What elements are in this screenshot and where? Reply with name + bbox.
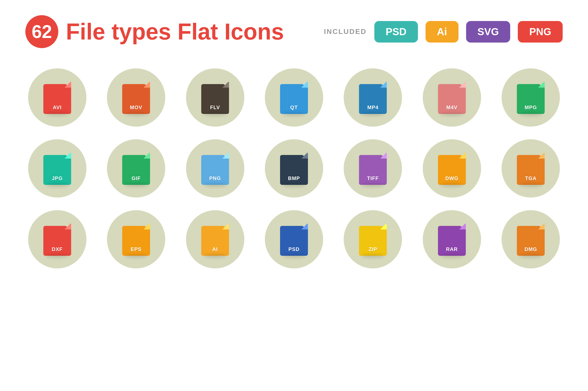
icon-circle: DMG xyxy=(502,210,560,268)
icon-cell: AI xyxy=(183,210,247,268)
file-wrapper-mp4: MP4 xyxy=(359,81,387,114)
file-shadow xyxy=(440,183,463,187)
icon-circle: DWG xyxy=(423,139,481,198)
file-shadow xyxy=(361,183,384,187)
file-label: DWG xyxy=(438,175,466,181)
file-shadow xyxy=(125,112,148,116)
file-wrapper-tga: TGA xyxy=(517,152,545,185)
icon-cell: M4V xyxy=(420,68,484,127)
file-label: ZIP xyxy=(359,246,387,252)
icon-cell: AVI xyxy=(25,68,89,127)
icon-circle: ZIP xyxy=(344,210,402,268)
file-label: RAR xyxy=(438,246,466,252)
icon-cell: JPG xyxy=(25,139,89,198)
icon-circle: RAR xyxy=(423,210,481,268)
icon-cell: EPS xyxy=(104,210,168,268)
file-wrapper-m4v: M4V xyxy=(438,81,466,114)
format-badge-png: PNG xyxy=(518,21,563,43)
icon-cell: QT xyxy=(262,68,326,127)
format-badge-svg: SVG xyxy=(466,21,510,43)
file-wrapper-gif: GIF xyxy=(122,152,150,185)
file-shadow xyxy=(361,254,384,258)
file-wrapper-dxf: DXF xyxy=(43,223,71,256)
icon-cell: BMP xyxy=(262,139,326,198)
header-right: INCLUDED PSD Ai SVG PNG xyxy=(324,21,563,43)
icon-cell: MP4 xyxy=(341,68,405,127)
icon-circle: AI xyxy=(186,210,244,268)
file-shadow xyxy=(283,112,305,116)
icon-circle: TGA xyxy=(502,139,560,198)
file-wrapper-dmg: DMG xyxy=(517,223,545,256)
icon-grid: AVI MOV FLV xyxy=(25,68,563,268)
file-shadow xyxy=(46,183,69,187)
format-badge-ai: Ai xyxy=(426,21,458,43)
icon-cell: TGA xyxy=(499,139,563,198)
file-shadow xyxy=(519,254,542,258)
badge-number: 62 xyxy=(32,21,52,42)
file-shadow xyxy=(283,254,305,258)
icon-circle: EPS xyxy=(107,210,165,268)
icon-circle: JPG xyxy=(28,139,86,198)
file-label: M4V xyxy=(438,105,466,110)
included-label: INCLUDED xyxy=(324,28,367,36)
icon-cell: MOV xyxy=(104,68,168,127)
icon-circle: DXF xyxy=(28,210,86,268)
icon-cell: DXF xyxy=(25,210,89,268)
file-wrapper-qt: QT xyxy=(280,81,308,114)
number-badge: 62 xyxy=(25,15,58,48)
file-wrapper-eps: EPS xyxy=(122,223,150,256)
file-label: GIF xyxy=(122,175,150,181)
file-wrapper-rar: RAR xyxy=(438,223,466,256)
file-label: MP4 xyxy=(359,105,387,110)
icon-circle: MP4 xyxy=(344,68,402,127)
page-header: 62 File types Flat Icons INCLUDED PSD Ai… xyxy=(25,15,563,48)
file-label: PSD xyxy=(280,246,308,252)
file-wrapper-tiff: TIFF xyxy=(359,152,387,185)
file-label: AI xyxy=(201,246,229,252)
file-wrapper-png: PNG xyxy=(201,152,229,185)
file-label: MOV xyxy=(122,105,150,110)
icon-circle: TIFF xyxy=(344,139,402,198)
file-shadow xyxy=(519,183,542,187)
icon-cell: TIFF xyxy=(341,139,405,198)
file-shadow xyxy=(125,254,148,258)
file-shadow xyxy=(204,183,227,187)
file-shadow xyxy=(46,112,69,116)
icon-cell: PNG xyxy=(183,139,247,198)
page-title: File types Flat Icons xyxy=(66,19,284,45)
file-wrapper-flv: FLV xyxy=(201,81,229,114)
icon-cell: RAR xyxy=(420,210,484,268)
file-label: DMG xyxy=(517,246,545,252)
icon-circle: MPG xyxy=(502,68,560,127)
icon-cell: DMG xyxy=(499,210,563,268)
file-label: JPG xyxy=(43,175,71,181)
icon-circle: PSD xyxy=(265,210,323,268)
file-label: FLV xyxy=(201,105,229,110)
file-shadow xyxy=(440,112,463,116)
file-label: PNG xyxy=(201,175,229,181)
file-shadow xyxy=(46,254,69,258)
file-wrapper-psd: PSD xyxy=(280,223,308,256)
file-label: EPS xyxy=(122,246,150,252)
icon-cell: FLV xyxy=(183,68,247,127)
file-wrapper-jpg: JPG xyxy=(43,152,71,185)
file-wrapper-bmp: BMP xyxy=(280,152,308,185)
file-shadow xyxy=(519,112,542,116)
file-shadow xyxy=(125,183,148,187)
file-wrapper-mpg: MPG xyxy=(517,81,545,114)
icon-circle: PNG xyxy=(186,139,244,198)
file-shadow xyxy=(204,254,227,258)
icon-circle: MOV xyxy=(107,68,165,127)
icon-circle: AVI xyxy=(28,68,86,127)
file-shadow xyxy=(440,254,463,258)
file-shadow xyxy=(283,183,305,187)
icon-circle: QT xyxy=(265,68,323,127)
icon-cell: PSD xyxy=(262,210,326,268)
file-label: DXF xyxy=(43,246,71,252)
file-shadow xyxy=(361,112,384,116)
file-label: TGA xyxy=(517,175,545,181)
icon-circle: GIF xyxy=(107,139,165,198)
header-left: 62 File types Flat Icons xyxy=(25,15,284,48)
file-wrapper-dwg: DWG xyxy=(438,152,466,185)
format-badge-psd: PSD xyxy=(374,21,418,43)
